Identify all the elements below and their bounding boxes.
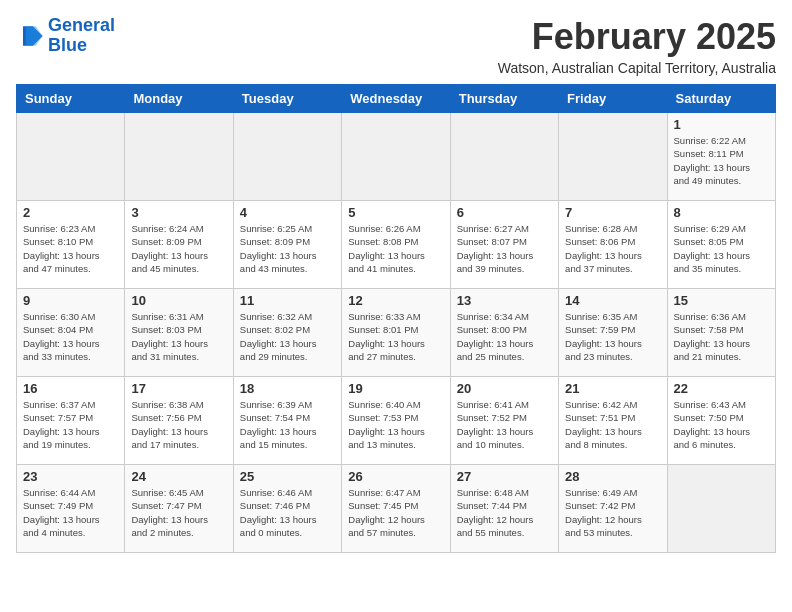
day-number: 7: [565, 205, 660, 220]
calendar-day-cell: [125, 113, 233, 201]
day-info: Sunrise: 6:34 AMSunset: 8:00 PMDaylight:…: [457, 310, 552, 363]
calendar-day-cell: 16Sunrise: 6:37 AMSunset: 7:57 PMDayligh…: [17, 377, 125, 465]
day-info: Sunrise: 6:43 AMSunset: 7:50 PMDaylight:…: [674, 398, 769, 451]
day-info: Sunrise: 6:26 AMSunset: 8:08 PMDaylight:…: [348, 222, 443, 275]
day-number: 13: [457, 293, 552, 308]
logo-line2: Blue: [48, 35, 87, 55]
location-text: Watson, Australian Capital Territory, Au…: [498, 60, 776, 76]
calendar-day-cell: 2Sunrise: 6:23 AMSunset: 8:10 PMDaylight…: [17, 201, 125, 289]
day-of-week-header: Tuesday: [233, 85, 341, 113]
day-number: 24: [131, 469, 226, 484]
day-number: 27: [457, 469, 552, 484]
calendar-day-cell: [342, 113, 450, 201]
day-info: Sunrise: 6:23 AMSunset: 8:10 PMDaylight:…: [23, 222, 118, 275]
calendar-day-cell: 24Sunrise: 6:45 AMSunset: 7:47 PMDayligh…: [125, 465, 233, 553]
calendar-week-row: 9Sunrise: 6:30 AMSunset: 8:04 PMDaylight…: [17, 289, 776, 377]
calendar-day-cell: [559, 113, 667, 201]
day-number: 23: [23, 469, 118, 484]
calendar-table: SundayMondayTuesdayWednesdayThursdayFrid…: [16, 84, 776, 553]
calendar-day-cell: 15Sunrise: 6:36 AMSunset: 7:58 PMDayligh…: [667, 289, 775, 377]
day-number: 10: [131, 293, 226, 308]
calendar-day-cell: 6Sunrise: 6:27 AMSunset: 8:07 PMDaylight…: [450, 201, 558, 289]
calendar-header-row: SundayMondayTuesdayWednesdayThursdayFrid…: [17, 85, 776, 113]
calendar-day-cell: [450, 113, 558, 201]
day-number: 4: [240, 205, 335, 220]
calendar-day-cell: 19Sunrise: 6:40 AMSunset: 7:53 PMDayligh…: [342, 377, 450, 465]
calendar-week-row: 1Sunrise: 6:22 AMSunset: 8:11 PMDaylight…: [17, 113, 776, 201]
day-info: Sunrise: 6:25 AMSunset: 8:09 PMDaylight:…: [240, 222, 335, 275]
calendar-day-cell: [233, 113, 341, 201]
day-info: Sunrise: 6:46 AMSunset: 7:46 PMDaylight:…: [240, 486, 335, 539]
calendar-day-cell: 25Sunrise: 6:46 AMSunset: 7:46 PMDayligh…: [233, 465, 341, 553]
calendar-day-cell: 18Sunrise: 6:39 AMSunset: 7:54 PMDayligh…: [233, 377, 341, 465]
calendar-day-cell: 26Sunrise: 6:47 AMSunset: 7:45 PMDayligh…: [342, 465, 450, 553]
calendar-day-cell: 27Sunrise: 6:48 AMSunset: 7:44 PMDayligh…: [450, 465, 558, 553]
day-number: 16: [23, 381, 118, 396]
month-year-title: February 2025: [498, 16, 776, 58]
day-number: 9: [23, 293, 118, 308]
calendar-day-cell: 9Sunrise: 6:30 AMSunset: 8:04 PMDaylight…: [17, 289, 125, 377]
svg-marker-1: [26, 26, 43, 46]
page-container: General Blue February 2025 Watson, Austr…: [16, 16, 776, 553]
day-number: 17: [131, 381, 226, 396]
day-info: Sunrise: 6:31 AMSunset: 8:03 PMDaylight:…: [131, 310, 226, 363]
calendar-day-cell: 23Sunrise: 6:44 AMSunset: 7:49 PMDayligh…: [17, 465, 125, 553]
day-info: Sunrise: 6:29 AMSunset: 8:05 PMDaylight:…: [674, 222, 769, 275]
calendar-week-row: 2Sunrise: 6:23 AMSunset: 8:10 PMDaylight…: [17, 201, 776, 289]
day-info: Sunrise: 6:48 AMSunset: 7:44 PMDaylight:…: [457, 486, 552, 539]
day-info: Sunrise: 6:44 AMSunset: 7:49 PMDaylight:…: [23, 486, 118, 539]
day-number: 20: [457, 381, 552, 396]
calendar-day-cell: [667, 465, 775, 553]
day-number: 1: [674, 117, 769, 132]
day-info: Sunrise: 6:47 AMSunset: 7:45 PMDaylight:…: [348, 486, 443, 539]
day-number: 5: [348, 205, 443, 220]
day-info: Sunrise: 6:49 AMSunset: 7:42 PMDaylight:…: [565, 486, 660, 539]
day-of-week-header: Sunday: [17, 85, 125, 113]
day-number: 8: [674, 205, 769, 220]
calendar-day-cell: 10Sunrise: 6:31 AMSunset: 8:03 PMDayligh…: [125, 289, 233, 377]
day-info: Sunrise: 6:40 AMSunset: 7:53 PMDaylight:…: [348, 398, 443, 451]
day-info: Sunrise: 6:37 AMSunset: 7:57 PMDaylight:…: [23, 398, 118, 451]
logo-text: General Blue: [48, 16, 115, 56]
day-number: 26: [348, 469, 443, 484]
day-number: 3: [131, 205, 226, 220]
day-number: 15: [674, 293, 769, 308]
day-number: 12: [348, 293, 443, 308]
day-of-week-header: Friday: [559, 85, 667, 113]
day-info: Sunrise: 6:42 AMSunset: 7:51 PMDaylight:…: [565, 398, 660, 451]
logo-line1: General: [48, 15, 115, 35]
day-of-week-header: Wednesday: [342, 85, 450, 113]
day-info: Sunrise: 6:24 AMSunset: 8:09 PMDaylight:…: [131, 222, 226, 275]
day-of-week-header: Monday: [125, 85, 233, 113]
calendar-day-cell: 4Sunrise: 6:25 AMSunset: 8:09 PMDaylight…: [233, 201, 341, 289]
logo: General Blue: [16, 16, 115, 56]
day-info: Sunrise: 6:22 AMSunset: 8:11 PMDaylight:…: [674, 134, 769, 187]
title-area: February 2025 Watson, Australian Capital…: [498, 16, 776, 76]
calendar-day-cell: 22Sunrise: 6:43 AMSunset: 7:50 PMDayligh…: [667, 377, 775, 465]
day-number: 14: [565, 293, 660, 308]
day-number: 2: [23, 205, 118, 220]
calendar-day-cell: 12Sunrise: 6:33 AMSunset: 8:01 PMDayligh…: [342, 289, 450, 377]
day-number: 25: [240, 469, 335, 484]
calendar-day-cell: 20Sunrise: 6:41 AMSunset: 7:52 PMDayligh…: [450, 377, 558, 465]
calendar-day-cell: 5Sunrise: 6:26 AMSunset: 8:08 PMDaylight…: [342, 201, 450, 289]
day-number: 21: [565, 381, 660, 396]
header: General Blue February 2025 Watson, Austr…: [16, 16, 776, 76]
calendar-day-cell: 7Sunrise: 6:28 AMSunset: 8:06 PMDaylight…: [559, 201, 667, 289]
calendar-day-cell: 21Sunrise: 6:42 AMSunset: 7:51 PMDayligh…: [559, 377, 667, 465]
calendar-day-cell: 28Sunrise: 6:49 AMSunset: 7:42 PMDayligh…: [559, 465, 667, 553]
day-info: Sunrise: 6:35 AMSunset: 7:59 PMDaylight:…: [565, 310, 660, 363]
calendar-day-cell: 17Sunrise: 6:38 AMSunset: 7:56 PMDayligh…: [125, 377, 233, 465]
calendar-day-cell: 13Sunrise: 6:34 AMSunset: 8:00 PMDayligh…: [450, 289, 558, 377]
day-info: Sunrise: 6:28 AMSunset: 8:06 PMDaylight:…: [565, 222, 660, 275]
day-number: 19: [348, 381, 443, 396]
day-of-week-header: Saturday: [667, 85, 775, 113]
calendar-week-row: 23Sunrise: 6:44 AMSunset: 7:49 PMDayligh…: [17, 465, 776, 553]
calendar-day-cell: 8Sunrise: 6:29 AMSunset: 8:05 PMDaylight…: [667, 201, 775, 289]
day-info: Sunrise: 6:39 AMSunset: 7:54 PMDaylight:…: [240, 398, 335, 451]
day-info: Sunrise: 6:38 AMSunset: 7:56 PMDaylight:…: [131, 398, 226, 451]
day-number: 6: [457, 205, 552, 220]
logo-icon: [16, 22, 44, 50]
calendar-day-cell: 11Sunrise: 6:32 AMSunset: 8:02 PMDayligh…: [233, 289, 341, 377]
day-info: Sunrise: 6:41 AMSunset: 7:52 PMDaylight:…: [457, 398, 552, 451]
